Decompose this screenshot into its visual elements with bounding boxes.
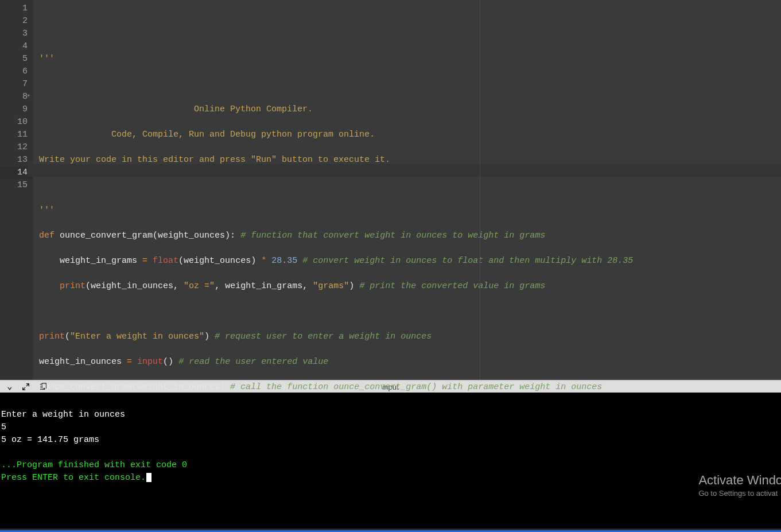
code-token: (weight_ounces) bbox=[178, 256, 256, 266]
expand-console-icon[interactable] bbox=[22, 383, 30, 391]
line-number-gutter: 1 2 3 4 5 6 7 8 9 10 11 12 13 14 15 bbox=[0, 0, 33, 380]
code-token: "grams" bbox=[313, 281, 349, 291]
code-token: * bbox=[261, 256, 266, 266]
line-number: 9 bbox=[0, 103, 33, 116]
line-number: 6 bbox=[0, 65, 33, 78]
code-token: weight_in_ounces bbox=[137, 382, 220, 392]
line-number: 7 bbox=[0, 78, 33, 91]
code-token: Write your code in this editor and press… bbox=[39, 155, 390, 165]
code-token: () bbox=[163, 357, 173, 367]
code-token: "Enter a weight in ounces" bbox=[70, 332, 204, 341]
print-margin-guide bbox=[480, 0, 480, 380]
code-area[interactable]: ''' Online Python Compiler. Code, Compil… bbox=[33, 0, 781, 380]
code-token: Online Python Compiler. bbox=[39, 104, 313, 114]
code-token: = bbox=[142, 256, 147, 266]
code-token: , bbox=[215, 281, 220, 291]
console-cursor bbox=[146, 473, 151, 482]
line-number: 12 bbox=[0, 141, 33, 154]
code-token: ounce_convert_gram bbox=[60, 231, 153, 240]
line-number: 1 bbox=[0, 2, 33, 15]
code-token: print bbox=[39, 332, 65, 341]
code-token: def bbox=[39, 231, 55, 240]
code-comment: # read the user entered value bbox=[178, 357, 328, 367]
code-token: = bbox=[127, 357, 132, 367]
code-token: ( bbox=[132, 382, 137, 392]
code-token: weight_in_grams bbox=[60, 256, 137, 266]
code-token: ( bbox=[86, 281, 91, 291]
line-number: 5 bbox=[0, 53, 33, 65]
code-token: weight_in_ounces bbox=[39, 357, 122, 367]
code-token: ) bbox=[349, 281, 354, 291]
code-token: ounce_convert_gram bbox=[39, 382, 132, 392]
code-comment: # function that convert weight in ounces… bbox=[240, 231, 545, 240]
code-token: (weight_ounces) bbox=[153, 231, 230, 240]
code-token: ) bbox=[220, 382, 225, 392]
line-number: 11 bbox=[0, 129, 33, 141]
code-token: , bbox=[173, 281, 178, 291]
collapse-console-icon[interactable]: ⌄ bbox=[7, 383, 13, 391]
code-comment: # print the converted value in grams bbox=[359, 281, 545, 291]
code-token: 28.35 bbox=[271, 256, 297, 266]
code-token: input bbox=[137, 357, 163, 367]
code-comment: # request user to enter a weight in ounc… bbox=[215, 332, 432, 341]
line-number: 15 bbox=[0, 179, 33, 192]
code-token: , bbox=[302, 281, 308, 291]
code-comment: # call the function ounce_convert_gram()… bbox=[230, 382, 602, 392]
line-number: 3 bbox=[0, 28, 33, 40]
code-token: : bbox=[230, 231, 235, 240]
code-token: ''' bbox=[39, 54, 55, 64]
console-line: 5 bbox=[1, 422, 6, 432]
code-token: Code, Compile, Run and Debug python prog… bbox=[39, 130, 375, 139]
line-number: 10 bbox=[0, 116, 33, 129]
line-number: 4 bbox=[0, 40, 33, 53]
code-editor[interactable]: 1 2 3 4 5 6 7 8 9 10 11 12 13 14 15 ▸ ''… bbox=[0, 0, 781, 380]
console-line: Press ENTER to exit console. bbox=[1, 473, 146, 483]
line-number: 2 bbox=[0, 15, 33, 28]
code-comment: # convert weight in ounces to float and … bbox=[302, 256, 633, 266]
code-token: ( bbox=[65, 332, 70, 341]
code-token: ''' bbox=[39, 205, 55, 215]
code-token: "oz =" bbox=[184, 281, 215, 291]
code-token: print bbox=[60, 281, 86, 291]
code-token: ) bbox=[204, 332, 209, 341]
code-token: float bbox=[153, 256, 178, 266]
fold-triangle-icon[interactable]: ▸ bbox=[25, 94, 32, 98]
code-token: weight_in_grams bbox=[225, 281, 302, 291]
console-line: ...Program finished with exit code 0 bbox=[1, 460, 187, 470]
code-token: weight_in_ounces bbox=[91, 281, 173, 291]
